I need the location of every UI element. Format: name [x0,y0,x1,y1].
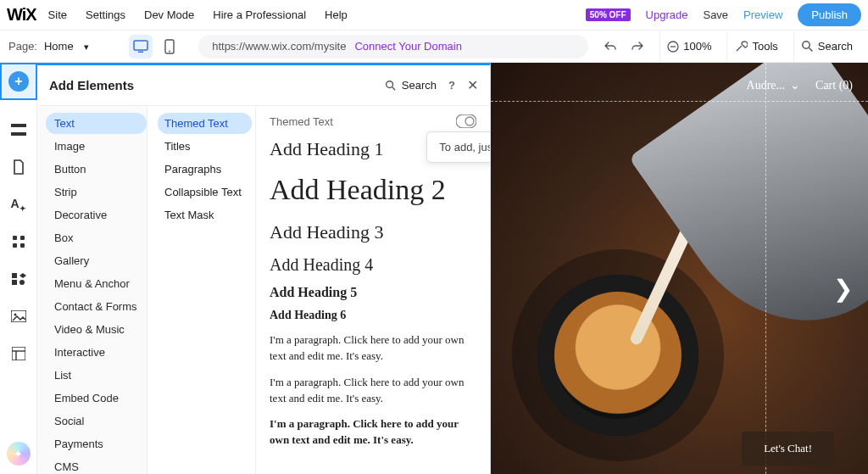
apps-rail-icon[interactable] [9,232,28,251]
svg-rect-1 [138,51,143,53]
category-embed-code[interactable]: Embed Code [46,388,147,409]
category-cms[interactable]: CMS [46,456,147,474]
category-video-music[interactable]: Video & Music [46,319,147,340]
preview-button[interactable]: Preview [743,8,782,21]
pages-rail-icon[interactable] [9,158,28,176]
zoom-out-icon [667,41,679,53]
editor-canvas[interactable]: Audre... ⌄ Cart (0) ❯ Let's Chat! [491,63,868,474]
undo-icon[interactable] [604,40,617,53]
category-social[interactable]: Social [46,410,147,432]
chat-button[interactable]: Let's Chat! [742,432,834,466]
upgrade-link[interactable]: Upgrade [646,8,688,21]
sub-themed-text[interactable]: Themed Text [158,113,252,134]
publish-button[interactable]: Publish [798,3,861,26]
svg-rect-10 [13,236,17,240]
svg-rect-11 [20,236,25,240]
save-button[interactable]: Save [703,8,728,21]
desktop-view-button[interactable] [129,35,153,59]
category-payments[interactable]: Payments [46,433,147,454]
guide-vertical [765,63,766,474]
top-right: 50% OFF Upgrade Save Preview Publish [586,3,861,26]
sub-collapsible-text[interactable]: Collapsible Text [158,181,252,203]
ai-sparkle-button[interactable]: ✦ [7,442,31,466]
subcategory-list[interactable]: Themed Text Titles Paragraphs Collapsibl… [147,106,256,474]
chevron-down-icon: ⌄ [790,78,800,92]
menu-settings[interactable]: Settings [86,8,125,21]
zoom-value: 100% [683,40,711,53]
slider-next-arrow[interactable]: ❯ [833,275,853,303]
sample-heading-3[interactable]: Add Heading 3 [270,221,476,243]
sample-paragraph-3[interactable]: I'm a paragraph. Click here to add your … [270,416,476,449]
sample-heading-2[interactable]: Add Heading 2 [270,174,476,206]
svg-point-6 [803,42,810,48]
panel-search[interactable]: Search [385,79,437,92]
close-icon[interactable]: ✕ [467,77,478,93]
sub-text-mask[interactable]: Text Mask [158,204,252,226]
category-interactive[interactable]: Interactive [46,342,147,363]
tools-button[interactable]: Tools [726,31,784,62]
page-label: Page: [8,40,37,53]
redo-icon[interactable] [631,40,644,53]
zoom-control[interactable]: 100% [659,31,718,62]
sample-heading-5[interactable]: Add Heading 5 [270,285,476,300]
category-decorative[interactable]: Decorative [46,204,147,226]
theme-swap-icon[interactable] [456,114,476,128]
chevron-down-icon [81,40,89,53]
nav-dropdown[interactable]: Audre... ⌄ [747,78,801,92]
svg-rect-12 [13,243,17,248]
category-list[interactable]: Text Image Button Strip Decorative Box G… [37,106,147,474]
search-button[interactable]: Search [793,31,860,62]
media-rail-icon[interactable] [9,307,28,326]
category-menu-anchor[interactable]: Menu & Anchor [46,273,147,294]
menu-devmode[interactable]: Dev Mode [144,8,194,21]
svg-point-3 [169,50,170,52]
help-icon[interactable]: ? [448,79,455,92]
cart-link[interactable]: Cart (0) [815,78,853,92]
menu-help[interactable]: Help [325,8,348,21]
mobile-icon [164,39,175,54]
category-button[interactable]: Button [46,159,147,180]
sections-rail-icon[interactable] [9,120,28,139]
toolbar-right: 100% Tools Search [597,31,860,62]
site-url: https://www.wix.com/mysite [212,40,346,53]
page-selector[interactable]: Page: Home [8,40,115,53]
sample-heading-4[interactable]: Add Heading 4 [270,255,476,275]
add-elements-button[interactable]: + [0,63,37,100]
site-nav: Audre... ⌄ Cart (0) [491,70,868,102]
sub-paragraphs[interactable]: Paragraphs [158,159,252,180]
svg-rect-19 [12,347,25,360]
category-gallery[interactable]: Gallery [46,250,147,271]
sample-paragraph-2[interactable]: I'm a paragraph. Click here to add your … [270,375,476,407]
menu-site[interactable]: Site [48,8,67,21]
category-image[interactable]: Image [46,136,147,157]
svg-point-22 [387,81,393,87]
category-contact-forms[interactable]: Contact & Forms [46,296,147,317]
menu-hire[interactable]: Hire a Professional [213,8,306,21]
desktop-icon [133,40,148,53]
add-elements-panel: Add Elements Search ? ✕ Text Image Butto… [37,63,491,474]
sample-heading-6[interactable]: Add Heading 6 [270,309,476,322]
cms-rail-icon[interactable] [9,344,28,363]
drag-drop-tooltip: To add, just drag and drop. [426,131,490,163]
page-name: Home [44,40,74,53]
svg-line-23 [392,86,395,89]
plus-icon: + [8,71,29,92]
url-bar[interactable]: https://www.wix.com/mysite Connect Your … [198,35,588,59]
wix-logo[interactable]: WiX [7,5,36,25]
sample-paragraph-1[interactable]: I'm a paragraph. Click here to add your … [270,332,476,365]
category-strip[interactable]: Strip [46,181,147,203]
cart-label: Cart (0) [815,79,853,92]
device-switch [129,35,181,59]
svg-point-18 [14,314,16,316]
category-list[interactable]: List [46,365,147,386]
svg-point-25 [465,117,474,125]
business-rail-icon[interactable] [9,270,28,288]
category-text[interactable]: Text [46,113,147,134]
design-rail-icon[interactable]: A✦ [9,195,28,214]
connect-domain-link[interactable]: Connect Your Domain [354,40,461,53]
top-bar: WiX Site Settings Dev Mode Hire a Profes… [0,0,868,31]
sub-titles[interactable]: Titles [158,136,252,157]
category-box[interactable]: Box [46,227,147,248]
svg-rect-9 [11,132,26,136]
mobile-view-button[interactable] [158,35,181,59]
